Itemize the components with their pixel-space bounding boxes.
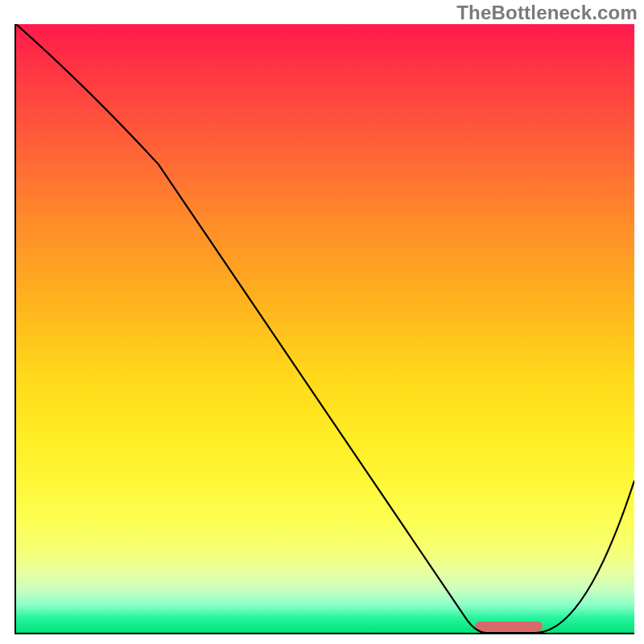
bottleneck-curve-path (16, 24, 634, 633)
attribution-label: TheBottleneck.com (456, 2, 638, 24)
chart-container: TheBottleneck.com (0, 0, 644, 644)
plot-area (14, 24, 634, 634)
bottleneck-curve (16, 24, 634, 633)
